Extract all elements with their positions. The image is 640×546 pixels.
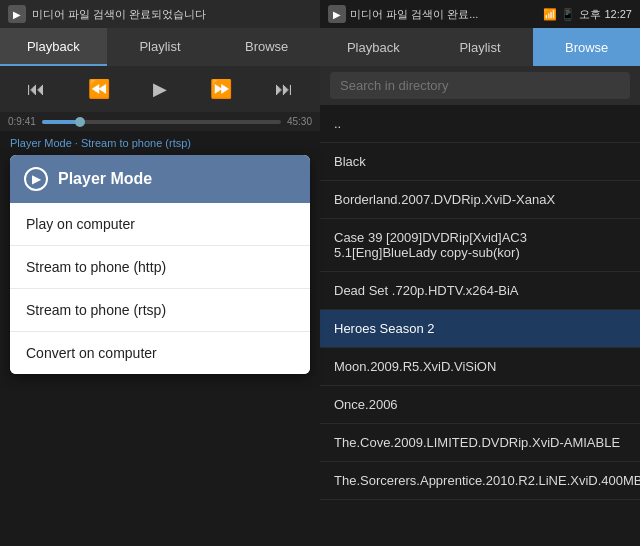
tab-playlist-left[interactable]: Playlist — [107, 28, 214, 66]
file-item[interactable]: Moon.2009.R5.XviD.ViSiON — [320, 348, 640, 386]
search-bar — [320, 66, 640, 105]
dropdown-item-convert-computer[interactable]: Convert on computer — [10, 332, 310, 374]
wifi-icon: 📶 — [543, 8, 557, 21]
left-panel: ▶ 미디어 파일 검색이 완료되었습니다 Playback Playlist B… — [0, 0, 320, 546]
file-item[interactable]: The.Cove.2009.LIMITED.DVDRip.XviD-AMIABL… — [320, 424, 640, 462]
status-left-icons: ▶ 미디어 파일 검색이 완료... — [328, 5, 478, 23]
status-text-left: 미디어 파일 검색이 완료되었습니다 — [32, 7, 206, 22]
file-item[interactable]: Heroes Season 2 — [320, 310, 640, 348]
file-item[interactable]: Dead Set .720p.HDTV.x264-BiA — [320, 272, 640, 310]
file-item[interactable]: Once.2006 — [320, 386, 640, 424]
controls-bar: ⏮ ⏪ ▶ ⏩ ⏭ — [0, 66, 320, 112]
dropdown-item-stream-http[interactable]: Stream to phone (http) — [10, 246, 310, 289]
progress-thumb — [75, 117, 85, 127]
tab-browse-left[interactable]: Browse — [213, 28, 320, 66]
dropdown-item-play-computer[interactable]: Play on computer — [10, 203, 310, 246]
signal-icon: 📱 — [561, 8, 575, 21]
app-icon-left: ▶ — [8, 5, 26, 23]
tabs-right: Playback Playlist Browse — [320, 28, 640, 66]
progress-bar-area: 0:9:41 45:30 — [0, 112, 320, 131]
status-bar-left: ▶ 미디어 파일 검색이 완료되었습니다 — [0, 0, 320, 28]
rewind-button[interactable]: ⏪ — [80, 74, 118, 104]
file-item[interactable]: Borderland.2007.DVDRip.XviD-XanaX — [320, 181, 640, 219]
player-mode-icon: ▶ — [24, 167, 48, 191]
file-item[interactable]: The.Sorcerers.Apprentice.2010.R2.LiNE.Xv… — [320, 462, 640, 500]
status-right-icons: 📶 📱 오후 12:27 — [543, 7, 632, 22]
skip-forward-button[interactable]: ⏭ — [267, 75, 301, 104]
status-text-right: 미디어 파일 검색이 완료... — [350, 7, 478, 22]
tab-browse-right[interactable]: Browse — [533, 28, 640, 66]
progress-fill — [42, 120, 78, 124]
right-panel: ▶ 미디어 파일 검색이 완료... 📶 📱 오후 12:27 Playback… — [320, 0, 640, 546]
fast-forward-button[interactable]: ⏩ — [202, 74, 240, 104]
tab-playback-right[interactable]: Playback — [320, 28, 427, 66]
file-item[interactable]: .. — [320, 105, 640, 143]
elapsed-time: 0:9:41 — [8, 116, 36, 127]
app-icon-right: ▶ — [328, 5, 346, 23]
dropdown-menu: ▶ Player Mode Play on computer Stream to… — [10, 155, 310, 374]
status-bar-right: ▶ 미디어 파일 검색이 완료... 📶 📱 오후 12:27 — [320, 0, 640, 28]
dropdown-header: ▶ Player Mode — [10, 155, 310, 203]
tab-playlist-right[interactable]: Playlist — [427, 28, 534, 66]
player-mode-label: Player Mode · Stream to phone (rtsp) — [0, 131, 320, 155]
remaining-time: 45:30 — [287, 116, 312, 127]
file-item[interactable]: Case 39 [2009]DVDRip[Xvid]AC3 5.1[Eng]Bl… — [320, 219, 640, 272]
tabs-left: Playback Playlist Browse — [0, 28, 320, 66]
dropdown-item-stream-rtsp[interactable]: Stream to phone (rtsp) — [10, 289, 310, 332]
skip-back-button[interactable]: ⏮ — [19, 75, 53, 104]
dropdown-header-text: Player Mode — [58, 170, 152, 188]
clock: 오후 12:27 — [579, 7, 632, 22]
file-item[interactable]: Black — [320, 143, 640, 181]
search-input[interactable] — [330, 72, 630, 99]
play-button[interactable]: ▶ — [145, 74, 175, 104]
tab-playback-left[interactable]: Playback — [0, 28, 107, 66]
file-list: ..BlackBorderland.2007.DVDRip.XviD-XanaX… — [320, 105, 640, 546]
progress-track[interactable] — [42, 120, 281, 124]
